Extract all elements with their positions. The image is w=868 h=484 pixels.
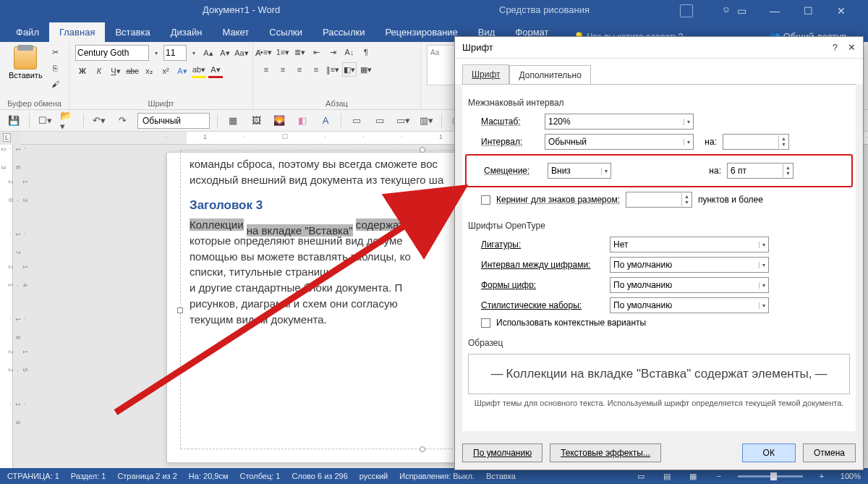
zoom-slider[interactable]: [738, 475, 803, 477]
vertical-ruler[interactable]: · 13 · 14 · 15 · 16 · 17 · 18 · 19 · 20 …: [0, 145, 13, 468]
indent-icon[interactable]: ⇥: [326, 45, 340, 59]
underline-icon[interactable]: Ч▾: [109, 64, 123, 78]
chevron-down-icon[interactable]: ▾: [601, 168, 608, 174]
undo-icon[interactable]: ↶▾: [91, 113, 107, 129]
status-page[interactable]: СТРАНИЦА: 1: [7, 472, 59, 480]
ruler-corner[interactable]: L: [3, 133, 11, 142]
style-combo[interactable]: Обычный: [137, 113, 210, 129]
save-icon[interactable]: 💾: [6, 113, 22, 129]
interval-combo[interactable]: Обычный▾: [545, 134, 694, 150]
chevron-down-icon[interactable]: ▾: [189, 46, 199, 60]
open-icon[interactable]: 📂▾: [60, 113, 76, 129]
close-icon[interactable]: ✕: [848, 42, 856, 53]
tab-home[interactable]: Главная: [49, 22, 105, 42]
shrink-font-icon[interactable]: A▾: [218, 46, 232, 60]
minimize-icon[interactable]: ―: [758, 2, 791, 20]
kerning-checkbox[interactable]: [481, 195, 490, 205]
chevron-down-icon[interactable]: ▾: [759, 242, 765, 248]
show-marks-icon[interactable]: ¶: [359, 45, 373, 59]
view-print-icon[interactable]: ▤: [660, 472, 674, 481]
q-cols-icon[interactable]: ▥▾: [418, 113, 434, 129]
zoom-in-icon[interactable]: +: [814, 472, 829, 480]
zoom-level[interactable]: 100%: [841, 472, 861, 480]
offset-combo[interactable]: Вниз▾: [548, 163, 611, 179]
copy-icon[interactable]: ⎘: [48, 61, 63, 75]
ok-button[interactable]: ОК: [742, 443, 796, 462]
view-read-icon[interactable]: ▭: [634, 472, 648, 481]
font-name-combo[interactable]: [75, 45, 149, 61]
liga-combo[interactable]: Нет▾: [610, 237, 769, 252]
tab-references[interactable]: Ссылки: [259, 22, 312, 42]
align-center-icon[interactable]: ≡: [276, 62, 290, 77]
q-page3-icon[interactable]: ▭▾: [395, 113, 411, 129]
help-icon[interactable]: ?: [833, 42, 838, 53]
strike-icon[interactable]: abc: [125, 64, 140, 78]
borders-icon[interactable]: ▦▾: [359, 62, 373, 77]
chevron-down-icon[interactable]: ▾: [759, 302, 765, 309]
multilevel-icon[interactable]: ≣▾: [292, 45, 307, 59]
highlight-icon[interactable]: ab▾: [192, 64, 206, 78]
status-pos[interactable]: На: 20,9см: [189, 472, 229, 480]
ribbon-options-icon[interactable]: ▭: [725, 2, 758, 20]
italic-icon[interactable]: К: [92, 64, 106, 78]
numbering-icon[interactable]: 1≡▾: [276, 45, 290, 59]
paste-button[interactable]: Вставить: [6, 45, 46, 81]
status-col[interactable]: Столбец: 1: [240, 472, 281, 480]
shading-icon[interactable]: ◧▾: [342, 62, 357, 77]
status-section[interactable]: Раздел: 1: [71, 472, 106, 480]
scale-combo[interactable]: 120%▾: [545, 114, 694, 130]
align-left-icon[interactable]: ≡: [259, 62, 273, 77]
redo-icon[interactable]: ↷: [114, 113, 130, 129]
align-right-icon[interactable]: ≡: [292, 62, 307, 77]
account-icon[interactable]: [680, 4, 693, 17]
text-effects-icon[interactable]: A▾: [175, 64, 190, 78]
q-pic-icon[interactable]: 🖼: [248, 113, 264, 129]
superscript-icon[interactable]: x²: [158, 64, 173, 78]
resize-handle[interactable]: [177, 307, 183, 313]
numform-combo[interactable]: По умолчанию▾: [610, 277, 769, 293]
chevron-down-icon[interactable]: ▾: [759, 262, 765, 268]
q-chart-icon[interactable]: 🌄: [271, 113, 287, 129]
tab-insert[interactable]: Вставка: [105, 22, 160, 42]
view-web-icon[interactable]: ▦: [686, 472, 700, 481]
tab-file[interactable]: Файл: [6, 22, 49, 42]
dialog-tab-font[interactable]: Шрифт: [462, 64, 509, 84]
status-pageof[interactable]: Страница 2 из 2: [117, 472, 176, 480]
q-page2-icon[interactable]: ▭: [372, 113, 388, 129]
maximize-icon[interactable]: ☐: [791, 2, 825, 20]
sort-icon[interactable]: A↓: [342, 45, 357, 59]
numspace-combo[interactable]: По умолчанию▾: [610, 257, 769, 273]
new-icon[interactable]: ☐▾: [37, 113, 53, 129]
outdent-icon[interactable]: ⇤: [309, 45, 323, 59]
status-lang[interactable]: русский: [359, 472, 388, 480]
zoom-out-icon[interactable]: −: [712, 472, 726, 480]
grow-font-icon[interactable]: A▴: [201, 46, 216, 60]
styleset-combo[interactable]: По умолчанию▾: [610, 297, 769, 313]
text-effects-button[interactable]: Текстовые эффекты...: [550, 443, 661, 462]
style-normal[interactable]: Аа: [427, 45, 456, 85]
kerning-spin[interactable]: ▲▼: [626, 192, 692, 208]
status-words[interactable]: Слово 6 из 296: [292, 472, 347, 480]
font-color-icon[interactable]: A▾: [208, 64, 223, 78]
format-painter-icon[interactable]: 🖌: [48, 77, 63, 91]
resize-handle[interactable]: [420, 147, 425, 153]
q-highlight-icon[interactable]: A: [318, 113, 333, 129]
justify-icon[interactable]: ≡: [309, 62, 323, 77]
close-icon[interactable]: ✕: [825, 2, 858, 20]
bold-icon[interactable]: Ж: [75, 64, 90, 78]
q-erase-icon[interactable]: ◧: [294, 113, 310, 129]
cancel-button[interactable]: Отмена: [803, 443, 856, 462]
tab-design[interactable]: Дизайн: [161, 22, 213, 42]
interval-by-spin[interactable]: ▲▼: [723, 134, 789, 150]
change-case-icon[interactable]: Aa▾: [234, 46, 249, 60]
resize-handle[interactable]: [420, 446, 425, 452]
q-page1-icon[interactable]: ▭: [349, 113, 365, 129]
tab-layout[interactable]: Макет: [212, 22, 259, 42]
cut-icon[interactable]: ✂: [48, 45, 63, 59]
chevron-down-icon[interactable]: ▾: [684, 119, 690, 125]
default-button[interactable]: По умолчанию: [462, 443, 542, 462]
offset-by-spin[interactable]: 6 пт▲▼: [727, 163, 793, 179]
q-table-icon[interactable]: ▦: [225, 113, 241, 129]
line-spacing-icon[interactable]: ‖≡▾: [326, 62, 340, 77]
dialog-tab-advanced[interactable]: Дополнительно: [509, 65, 590, 85]
